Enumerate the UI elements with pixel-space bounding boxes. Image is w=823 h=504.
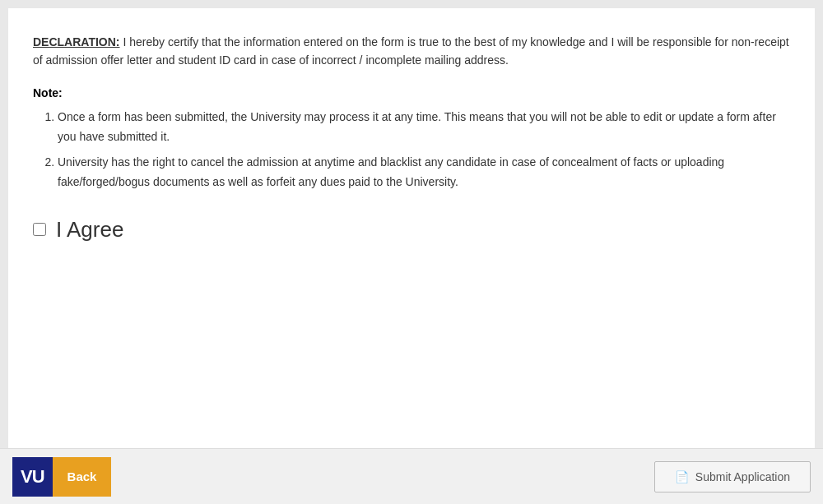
- submit-application-button[interactable]: 📄 Submit Application: [654, 461, 811, 492]
- note-title: Note:: [33, 86, 790, 99]
- note-section: Note: Once a form has been submitted, th…: [33, 86, 790, 192]
- note-list: Once a form has been submitted, the Univ…: [33, 108, 790, 192]
- agree-checkbox[interactable]: [33, 223, 46, 236]
- back-button[interactable]: Back: [53, 457, 112, 497]
- note-item-2: University has the right to cancel the a…: [58, 153, 790, 192]
- submit-label: Submit Application: [695, 470, 790, 483]
- footer-left: VU Back: [12, 457, 111, 497]
- declaration-paragraph: DECLARATION: I hereby certify that the i…: [33, 33, 790, 70]
- agree-section: I Agree: [33, 217, 790, 243]
- declaration-text: I hereby certify that the information en…: [33, 35, 789, 67]
- declaration-label: DECLARATION:: [33, 35, 120, 49]
- note-item-1: Once a form has been submitted, the Univ…: [58, 108, 790, 147]
- submit-icon: 📄: [675, 470, 689, 483]
- main-content: DECLARATION: I hereby certify that the i…: [8, 8, 815, 448]
- footer-bar: VU Back 📄 Submit Application: [0, 448, 823, 504]
- vu-logo: VU: [12, 457, 53, 497]
- agree-label: I Agree: [56, 217, 123, 243]
